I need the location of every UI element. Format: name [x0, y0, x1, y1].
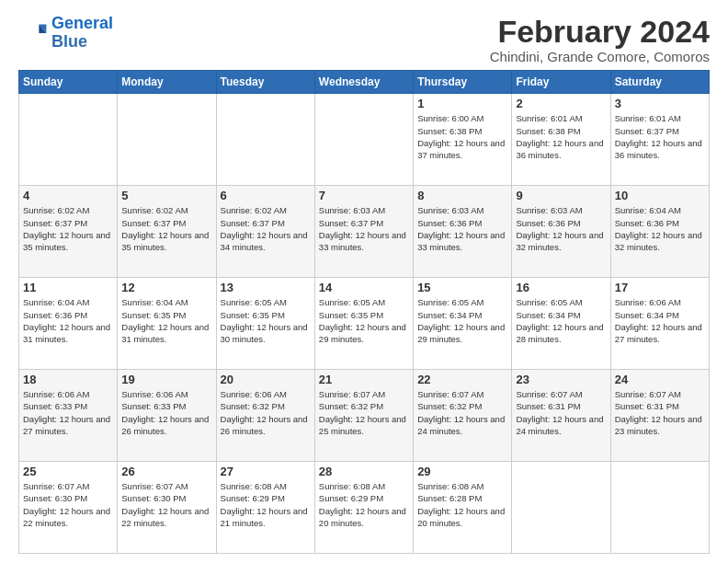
- day-number: 11: [23, 281, 113, 294]
- day-info: Sunrise: 6:02 AM Sunset: 6:37 PM Dayligh…: [23, 204, 113, 253]
- day-number: 29: [417, 465, 507, 478]
- day-info: Sunrise: 6:03 AM Sunset: 6:36 PM Dayligh…: [417, 204, 507, 253]
- day-info: Sunrise: 6:07 AM Sunset: 6:32 PM Dayligh…: [417, 388, 507, 437]
- day-info: Sunrise: 6:01 AM Sunset: 6:38 PM Dayligh…: [516, 112, 606, 161]
- calendar-week-row: 11Sunrise: 6:04 AM Sunset: 6:36 PM Dayli…: [19, 278, 710, 370]
- day-info: Sunrise: 6:07 AM Sunset: 6:32 PM Dayligh…: [319, 388, 409, 437]
- day-info: Sunrise: 6:07 AM Sunset: 6:31 PM Dayligh…: [516, 388, 606, 437]
- day-info: Sunrise: 6:08 AM Sunset: 6:29 PM Dayligh…: [221, 480, 311, 529]
- table-row: [19, 94, 118, 186]
- calendar-week-row: 4Sunrise: 6:02 AM Sunset: 6:37 PM Daylig…: [19, 186, 710, 278]
- table-row: 25Sunrise: 6:07 AM Sunset: 6:30 PM Dayli…: [19, 462, 118, 554]
- day-info: Sunrise: 6:06 AM Sunset: 6:33 PM Dayligh…: [23, 388, 113, 437]
- main-title: February 2024: [490, 15, 710, 49]
- header-saturday: Saturday: [610, 71, 709, 94]
- header-friday: Friday: [512, 71, 610, 94]
- day-number: 27: [221, 465, 311, 478]
- day-number: 17: [615, 281, 705, 294]
- table-row: 7Sunrise: 6:03 AM Sunset: 6:37 PM Daylig…: [314, 186, 413, 278]
- day-number: 8: [417, 189, 507, 202]
- day-number: 22: [417, 373, 507, 386]
- table-row: 12Sunrise: 6:04 AM Sunset: 6:35 PM Dayli…: [118, 278, 216, 370]
- logo-icon: [18, 18, 48, 48]
- table-row: 15Sunrise: 6:05 AM Sunset: 6:34 PM Dayli…: [414, 278, 512, 370]
- calendar-week-row: 25Sunrise: 6:07 AM Sunset: 6:30 PM Dayli…: [19, 462, 710, 554]
- day-info: Sunrise: 6:05 AM Sunset: 6:35 PM Dayligh…: [221, 296, 311, 345]
- header-thursday: Thursday: [414, 71, 512, 94]
- title-block: February 2024 Chindini, Grande Comore, C…: [490, 15, 710, 64]
- day-info: Sunrise: 6:05 AM Sunset: 6:34 PM Dayligh…: [516, 296, 606, 345]
- day-number: 4: [23, 189, 113, 202]
- day-info: Sunrise: 6:08 AM Sunset: 6:29 PM Dayligh…: [319, 480, 409, 529]
- table-row: 19Sunrise: 6:06 AM Sunset: 6:33 PM Dayli…: [118, 370, 216, 462]
- header-tuesday: Tuesday: [216, 71, 314, 94]
- logo-text: General Blue: [51, 15, 113, 52]
- table-row: 28Sunrise: 6:08 AM Sunset: 6:29 PM Dayli…: [314, 462, 413, 554]
- table-row: [512, 462, 610, 554]
- day-info: Sunrise: 6:04 AM Sunset: 6:36 PM Dayligh…: [615, 204, 705, 253]
- day-number: 6: [221, 189, 311, 202]
- day-number: 3: [615, 97, 705, 110]
- table-row: 26Sunrise: 6:07 AM Sunset: 6:30 PM Dayli…: [118, 462, 216, 554]
- day-number: 16: [516, 281, 606, 294]
- day-number: 2: [516, 97, 606, 110]
- day-info: Sunrise: 6:06 AM Sunset: 6:32 PM Dayligh…: [221, 388, 311, 437]
- table-row: 17Sunrise: 6:06 AM Sunset: 6:34 PM Dayli…: [610, 278, 709, 370]
- day-number: 18: [23, 373, 113, 386]
- page: General Blue February 2024 Chindini, Gra…: [0, 0, 728, 563]
- table-row: 11Sunrise: 6:04 AM Sunset: 6:36 PM Dayli…: [19, 278, 118, 370]
- table-row: 9Sunrise: 6:03 AM Sunset: 6:36 PM Daylig…: [512, 186, 610, 278]
- header-monday: Monday: [118, 71, 216, 94]
- table-row: 18Sunrise: 6:06 AM Sunset: 6:33 PM Dayli…: [19, 370, 118, 462]
- day-info: Sunrise: 6:08 AM Sunset: 6:28 PM Dayligh…: [417, 480, 507, 529]
- day-number: 9: [516, 189, 606, 202]
- table-row: 14Sunrise: 6:05 AM Sunset: 6:35 PM Dayli…: [314, 278, 413, 370]
- day-number: 15: [417, 281, 507, 294]
- table-row: 6Sunrise: 6:02 AM Sunset: 6:37 PM Daylig…: [216, 186, 314, 278]
- day-info: Sunrise: 6:01 AM Sunset: 6:37 PM Dayligh…: [615, 112, 705, 161]
- day-number: 25: [23, 465, 113, 478]
- table-row: 16Sunrise: 6:05 AM Sunset: 6:34 PM Dayli…: [512, 278, 610, 370]
- day-info: Sunrise: 6:07 AM Sunset: 6:30 PM Dayligh…: [121, 480, 211, 529]
- table-row: [610, 462, 709, 554]
- calendar-week-row: 18Sunrise: 6:06 AM Sunset: 6:33 PM Dayli…: [19, 370, 710, 462]
- table-row: 22Sunrise: 6:07 AM Sunset: 6:32 PM Dayli…: [414, 370, 512, 462]
- day-number: 28: [319, 465, 409, 478]
- day-number: 24: [615, 373, 705, 386]
- table-row: 3Sunrise: 6:01 AM Sunset: 6:37 PM Daylig…: [610, 94, 709, 186]
- day-number: 21: [319, 373, 409, 386]
- day-number: 19: [121, 373, 211, 386]
- table-row: 27Sunrise: 6:08 AM Sunset: 6:29 PM Dayli…: [216, 462, 314, 554]
- day-number: 1: [417, 97, 507, 110]
- day-number: 5: [121, 189, 211, 202]
- day-info: Sunrise: 6:03 AM Sunset: 6:37 PM Dayligh…: [319, 204, 409, 253]
- header: General Blue February 2024 Chindini, Gra…: [18, 15, 710, 64]
- subtitle: Chindini, Grande Comore, Comoros: [490, 49, 710, 64]
- day-number: 23: [516, 373, 606, 386]
- day-info: Sunrise: 6:07 AM Sunset: 6:31 PM Dayligh…: [615, 388, 705, 437]
- table-row: [314, 94, 413, 186]
- day-number: 7: [319, 189, 409, 202]
- calendar-week-row: 1Sunrise: 6:00 AM Sunset: 6:38 PM Daylig…: [19, 94, 710, 186]
- table-row: [118, 94, 216, 186]
- table-row: 20Sunrise: 6:06 AM Sunset: 6:32 PM Dayli…: [216, 370, 314, 462]
- day-info: Sunrise: 6:04 AM Sunset: 6:35 PM Dayligh…: [121, 296, 211, 345]
- day-number: 20: [221, 373, 311, 386]
- table-row: 21Sunrise: 6:07 AM Sunset: 6:32 PM Dayli…: [314, 370, 413, 462]
- day-info: Sunrise: 6:06 AM Sunset: 6:33 PM Dayligh…: [121, 388, 211, 437]
- day-info: Sunrise: 6:06 AM Sunset: 6:34 PM Dayligh…: [615, 296, 705, 345]
- table-row: 23Sunrise: 6:07 AM Sunset: 6:31 PM Dayli…: [512, 370, 610, 462]
- header-wednesday: Wednesday: [314, 71, 413, 94]
- day-info: Sunrise: 6:00 AM Sunset: 6:38 PM Dayligh…: [417, 112, 507, 161]
- table-row: 24Sunrise: 6:07 AM Sunset: 6:31 PM Dayli…: [610, 370, 709, 462]
- day-info: Sunrise: 6:07 AM Sunset: 6:30 PM Dayligh…: [23, 480, 113, 529]
- table-row: [216, 94, 314, 186]
- table-row: 13Sunrise: 6:05 AM Sunset: 6:35 PM Dayli…: [216, 278, 314, 370]
- day-number: 14: [319, 281, 409, 294]
- table-row: 29Sunrise: 6:08 AM Sunset: 6:28 PM Dayli…: [414, 462, 512, 554]
- day-info: Sunrise: 6:02 AM Sunset: 6:37 PM Dayligh…: [221, 204, 311, 253]
- day-info: Sunrise: 6:05 AM Sunset: 6:34 PM Dayligh…: [417, 296, 507, 345]
- header-sunday: Sunday: [19, 71, 118, 94]
- day-info: Sunrise: 6:05 AM Sunset: 6:35 PM Dayligh…: [319, 296, 409, 345]
- day-number: 12: [121, 281, 211, 294]
